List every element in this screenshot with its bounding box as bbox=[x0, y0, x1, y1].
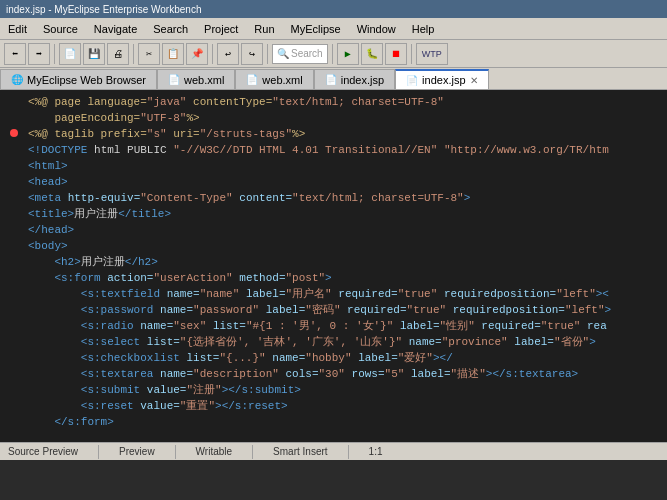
line-num-22 bbox=[0, 430, 28, 442]
tab-mybrowser-icon: 🌐 bbox=[11, 74, 23, 85]
line-content-4: <!DOCTYPE html PUBLIC "-//W3C//DTD HTML … bbox=[28, 142, 667, 158]
toolbar-sep-1 bbox=[54, 44, 55, 64]
line-content-16: <s:select list="{选择省份', '吉林', '广东', '山东'… bbox=[28, 334, 667, 350]
menu-navigate[interactable]: Navigate bbox=[86, 18, 145, 39]
line-num-5 bbox=[0, 158, 28, 174]
toolbar-btn-save[interactable]: 💾 bbox=[83, 43, 105, 65]
tab-indexjsp2[interactable]: 📄 index.jsp ✕ bbox=[395, 69, 488, 89]
code-line-15: <s:radio name="sex" list="#{1 : '男', 0 :… bbox=[0, 318, 667, 334]
error-marker bbox=[10, 129, 18, 137]
line-num-4 bbox=[0, 142, 28, 158]
code-lines[interactable]: <%@ page language="java" contentType="te… bbox=[0, 90, 667, 442]
menu-edit[interactable]: Edit bbox=[0, 18, 35, 39]
toolbar-sep-6 bbox=[411, 44, 412, 64]
line-num-11 bbox=[0, 254, 28, 270]
line-num-16 bbox=[0, 334, 28, 350]
tab-indexjsp1-icon: 📄 bbox=[325, 74, 337, 85]
tab-indexjsp1[interactable]: 📄 index.jsp bbox=[314, 69, 395, 89]
menu-myeclipse[interactable]: MyEclipse bbox=[283, 18, 349, 39]
toolbar-btn-run[interactable]: ▶ bbox=[337, 43, 359, 65]
code-line-13: <s:textfield name="name" label="用户名" req… bbox=[0, 286, 667, 302]
status-bar: Source Preview Preview Writable Smart In… bbox=[0, 442, 667, 460]
toolbar-sep-2 bbox=[133, 44, 134, 64]
code-line-17: <s:checkboxlist list="{...}" name="hobby… bbox=[0, 350, 667, 366]
toolbar-btn-copy[interactable]: 📋 bbox=[162, 43, 184, 65]
toolbar-btn-print[interactable]: 🖨 bbox=[107, 43, 129, 65]
line-num-10 bbox=[0, 238, 28, 254]
status-sep-1 bbox=[98, 445, 99, 459]
line-num-1 bbox=[0, 94, 28, 110]
line-content-19: <s:submit value="注册"></s:submit> bbox=[28, 382, 667, 398]
toolbar-btn-debug[interactable]: 🐛 bbox=[361, 43, 383, 65]
title-text: index.jsp - MyEclipse Enterprise Workben… bbox=[6, 4, 201, 15]
toolbar-btn-stop[interactable]: ⏹ bbox=[385, 43, 407, 65]
line-content-3: <%@ taglib prefix="s" uri="/struts-tags"… bbox=[28, 126, 667, 142]
code-line-3: <%@ taglib prefix="s" uri="/struts-tags"… bbox=[0, 126, 667, 142]
code-line-20: <s:reset value="重置"></s:reset> bbox=[0, 398, 667, 414]
line-content-17: <s:checkboxlist list="{...}" name="hobby… bbox=[28, 350, 667, 366]
status-sep-4 bbox=[348, 445, 349, 459]
code-line-16: <s:select list="{选择省份', '吉林', '广东', '山东'… bbox=[0, 334, 667, 350]
tab-webxml1-icon: 📄 bbox=[168, 74, 180, 85]
line-num-3 bbox=[0, 126, 28, 142]
toolbar-btn-redo[interactable]: ↪ bbox=[241, 43, 263, 65]
menu-source[interactable]: Source bbox=[35, 18, 86, 39]
code-line-7: <meta http-equiv="Content-Type" content=… bbox=[0, 190, 667, 206]
menu-run[interactable]: Run bbox=[246, 18, 282, 39]
menu-help[interactable]: Help bbox=[404, 18, 443, 39]
line-content-12: <s:form action="userAction" method="post… bbox=[28, 270, 667, 286]
toolbar-btn-cut[interactable]: ✂ bbox=[138, 43, 160, 65]
line-num-8 bbox=[0, 206, 28, 222]
toolbar: ⬅ ➡ 📄 💾 🖨 ✂ 📋 📌 ↩ ↪ 🔍 Search ▶ 🐛 ⏹ WTP bbox=[0, 40, 667, 68]
toolbar-btn-paste[interactable]: 📌 bbox=[186, 43, 208, 65]
line-content-2: pageEncoding="UTF-8"%> bbox=[28, 110, 667, 126]
tab-indexjsp2-icon: 📄 bbox=[406, 75, 418, 86]
line-num-9 bbox=[0, 222, 28, 238]
tab-mybrowser[interactable]: 🌐 MyEclipse Web Browser bbox=[0, 69, 157, 89]
code-line-11: <h2>用户注册</h2> bbox=[0, 254, 667, 270]
menu-project[interactable]: Project bbox=[196, 18, 246, 39]
line-num-12 bbox=[0, 270, 28, 286]
code-line-8: <title>用户注册</title> bbox=[0, 206, 667, 222]
toolbar-btn-1[interactable]: ⬅ bbox=[4, 43, 26, 65]
tab-close-icon[interactable]: ✕ bbox=[470, 75, 478, 86]
menu-window[interactable]: Window bbox=[349, 18, 404, 39]
toolbar-sep-5 bbox=[332, 44, 333, 64]
code-line-1: <%@ page language="java" contentType="te… bbox=[0, 94, 667, 110]
status-insert: Smart Insert bbox=[269, 446, 331, 457]
code-line-6: <head> bbox=[0, 174, 667, 190]
toolbar-btn-2[interactable]: ➡ bbox=[28, 43, 50, 65]
line-num-18 bbox=[0, 366, 28, 382]
tab-webxml1-label: web.xml bbox=[184, 74, 224, 86]
status-source: Source Preview bbox=[4, 446, 82, 457]
code-line-19: <s:submit value="注册"></s:submit> bbox=[0, 382, 667, 398]
status-position: 1:1 bbox=[365, 446, 387, 457]
menu-search[interactable]: Search bbox=[145, 18, 196, 39]
tab-webxml2[interactable]: 📄 web.xml bbox=[235, 69, 313, 89]
toolbar-sep-3 bbox=[212, 44, 213, 64]
tab-webxml1[interactable]: 📄 web.xml bbox=[157, 69, 235, 89]
line-num-7 bbox=[0, 190, 28, 206]
editor-area: <%@ page language="java" contentType="te… bbox=[0, 90, 667, 442]
toolbar-btn-new[interactable]: 📄 bbox=[59, 43, 81, 65]
line-content-9: </head> bbox=[28, 222, 667, 238]
tab-mybrowser-label: MyEclipse Web Browser bbox=[27, 74, 146, 86]
line-content-10: <body> bbox=[28, 238, 667, 254]
tab-indexjsp2-label: index.jsp bbox=[422, 74, 465, 86]
line-content-13: <s:textfield name="name" label="用户名" req… bbox=[28, 286, 667, 302]
toolbar-btn-undo[interactable]: ↩ bbox=[217, 43, 239, 65]
line-content-15: <s:radio name="sex" list="#{1 : '男', 0 :… bbox=[28, 318, 667, 334]
search-box[interactable]: 🔍 Search bbox=[272, 44, 328, 64]
search-label: Search bbox=[291, 48, 323, 59]
line-content-8: <title>用户注册</title> bbox=[28, 206, 667, 222]
code-line-18: <s:textarea name="description" cols="30"… bbox=[0, 366, 667, 382]
code-line-12: <s:form action="userAction" method="post… bbox=[0, 270, 667, 286]
line-num-15 bbox=[0, 318, 28, 334]
line-num-2 bbox=[0, 110, 28, 126]
code-line-10: <body> bbox=[0, 238, 667, 254]
title-bar: index.jsp - MyEclipse Enterprise Workben… bbox=[0, 0, 667, 18]
line-content-14: <s:password name="password" label="密码" r… bbox=[28, 302, 667, 318]
toolbar-wtp[interactable]: WTP bbox=[416, 43, 448, 65]
code-line-5: <html> bbox=[0, 158, 667, 174]
status-sep-2 bbox=[175, 445, 176, 459]
